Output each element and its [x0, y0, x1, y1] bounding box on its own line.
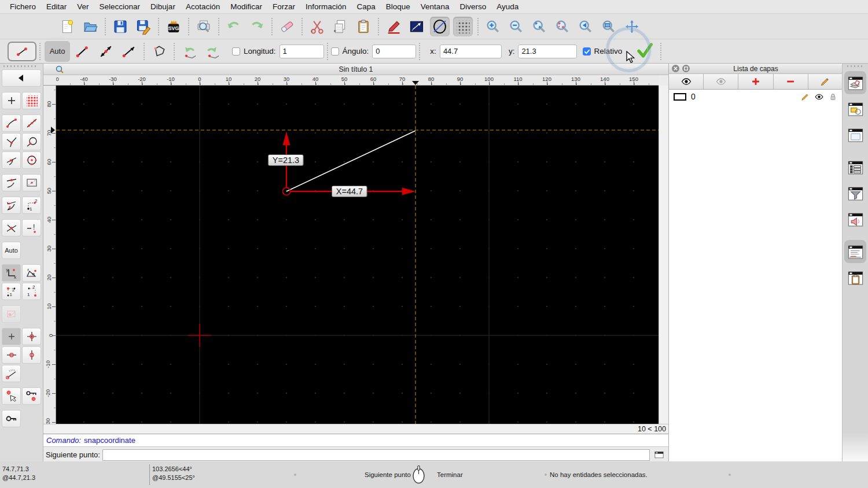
menu-acotacion[interactable]: Acotación: [181, 0, 225, 14]
drawing-titlebar[interactable]: Sin título 1: [43, 64, 668, 75]
layer-row[interactable]: 0: [669, 90, 843, 103]
menu-ver[interactable]: Ver: [72, 0, 94, 14]
snap-middle-button[interactable]: [2, 174, 21, 191]
set-relative-zero-button[interactable]: [2, 387, 21, 405]
snap-distance-manual-button[interactable]: 12: [22, 197, 41, 214]
show-all-layers-button[interactable]: [669, 74, 704, 89]
ordinal-points-21-button[interactable]: 12: [22, 283, 41, 300]
cut-button[interactable]: [307, 17, 327, 36]
line-angle-button[interactable]: [94, 41, 117, 62]
restrict-orthogonal-button[interactable]: [22, 328, 41, 345]
drawing-canvas[interactable]: X=44.7 Y=21.3: [56, 86, 659, 424]
lock-relative-zero-button[interactable]: [22, 387, 41, 405]
print-preview-button[interactable]: [194, 17, 214, 36]
save-as-button[interactable]: [134, 17, 153, 36]
snap-nearest-button[interactable]: [2, 151, 21, 169]
dock-layer-list-button[interactable]: [844, 71, 866, 94]
pen-attributes-button[interactable]: [384, 17, 403, 36]
snap-on-entity-button[interactable]: [22, 114, 41, 132]
snap-free-button[interactable]: [2, 92, 21, 109]
paste-button[interactable]: [354, 17, 373, 36]
auto-snap-button[interactable]: Auto: [2, 242, 21, 259]
polyline-undo-button[interactable]: [178, 41, 201, 62]
vertical-scrollbar[interactable]: [659, 86, 668, 424]
menu-capa[interactable]: Capa: [352, 0, 381, 14]
snap-center-button[interactable]: [22, 151, 41, 169]
current-tool-line-button[interactable]: [8, 42, 36, 61]
toolbar-handle[interactable]: [847, 65, 865, 67]
line-arrow-button[interactable]: [117, 41, 141, 62]
snap-intersection-button[interactable]: [2, 219, 21, 236]
menu-fichero[interactable]: Fichero: [5, 0, 41, 14]
snap-perpendicular-button[interactable]: [2, 133, 21, 150]
ellipse-tool-button[interactable]: [430, 17, 450, 36]
save-button[interactable]: [111, 17, 130, 36]
edit-layer-button[interactable]: [808, 74, 843, 89]
menu-bloque[interactable]: Bloque: [381, 0, 415, 14]
layer-visibility-eye-icon[interactable]: [814, 92, 824, 102]
snap-endpoint-button[interactable]: [2, 114, 21, 132]
horizontal-scrollbar[interactable]: 10 < 100: [43, 424, 668, 434]
layer-color-swatch[interactable]: [674, 93, 686, 101]
zoom-previous-button[interactable]: [576, 17, 595, 36]
remove-layer-button[interactable]: [774, 74, 808, 89]
zoom-redraw-button[interactable]: [553, 17, 572, 36]
open-file-button[interactable]: [80, 17, 100, 36]
x-input[interactable]: [440, 45, 502, 58]
restrict-nothing-button[interactable]: [2, 328, 21, 345]
copy-button[interactable]: [330, 17, 350, 36]
longitud-input[interactable]: [279, 45, 324, 58]
coordinate-polar-button[interactable]: ra: [22, 264, 41, 282]
coordinate-cartesian-button[interactable]: yx: [2, 264, 21, 282]
zoom-pan-button[interactable]: [622, 17, 642, 36]
svg-export-button[interactable]: SVG: [164, 17, 183, 36]
line-attributes-button[interactable]: [407, 17, 426, 36]
polyline-button[interactable]: [148, 41, 171, 62]
move-relative-button[interactable]: [2, 305, 21, 323]
menu-editar[interactable]: Editar: [41, 0, 72, 14]
collapse-back-button[interactable]: [2, 69, 41, 87]
snap-entity-box-button[interactable]: [22, 174, 41, 191]
menu-informacion[interactable]: Información: [300, 0, 352, 14]
close-panel-button[interactable]: [672, 65, 679, 72]
snap-tangent-button[interactable]: [22, 133, 41, 150]
restrict-horizontal-button[interactable]: [2, 346, 21, 364]
dock-block-list-button[interactable]: [844, 97, 866, 120]
restrict-vertical-button[interactable]: [22, 346, 41, 364]
dock-command-announce-button[interactable]: [844, 208, 866, 231]
dock-clipboard-button[interactable]: [844, 266, 866, 289]
polyline-redo-button[interactable]: [201, 41, 224, 62]
dock-command-line-button[interactable]: [844, 240, 866, 263]
snap-distance-button[interactable]: [2, 197, 21, 214]
command-input[interactable]: [102, 449, 650, 461]
layer-lock-icon[interactable]: [828, 92, 838, 102]
menu-modificar[interactable]: Modificar: [225, 0, 267, 14]
dock-filter-button[interactable]: [844, 182, 866, 205]
longitud-checkbox[interactable]: [232, 47, 240, 56]
menu-ayuda[interactable]: Ayuda: [491, 0, 524, 14]
zoom-in-button[interactable]: [483, 17, 503, 36]
unlock-relative-zero-button[interactable]: [2, 410, 21, 427]
snap-intersection-manual-button[interactable]: !: [22, 219, 41, 236]
toolbar-handle[interactable]: [3, 65, 36, 67]
hide-all-layers-button[interactable]: [704, 74, 738, 89]
line-auto-button[interactable]: Auto: [45, 41, 70, 62]
dock-entity-list-button[interactable]: [844, 156, 866, 179]
snap-grid-button[interactable]: [22, 92, 41, 109]
zoom-out-button[interactable]: [506, 17, 526, 36]
menu-dibujar[interactable]: Dibujar: [145, 0, 181, 14]
zoom-auto-button[interactable]: [529, 17, 549, 36]
eraser-button[interactable]: [277, 17, 297, 36]
menu-seleccionar[interactable]: Seleccionar: [94, 0, 146, 14]
command-widget-button[interactable]: [652, 449, 666, 461]
redo-button[interactable]: [247, 17, 267, 36]
grid-toggle-button[interactable]: [453, 17, 473, 36]
line-two-points-button[interactable]: [71, 41, 94, 62]
new-file-button[interactable]: [57, 17, 77, 36]
add-layer-button[interactable]: [738, 74, 773, 89]
zoom-window-button[interactable]: [599, 17, 619, 36]
y-input[interactable]: [518, 45, 577, 58]
relativo-checkbox[interactable]: [583, 47, 591, 56]
float-panel-button[interactable]: [682, 65, 690, 72]
layer-edit-pencil-icon[interactable]: [800, 92, 810, 102]
